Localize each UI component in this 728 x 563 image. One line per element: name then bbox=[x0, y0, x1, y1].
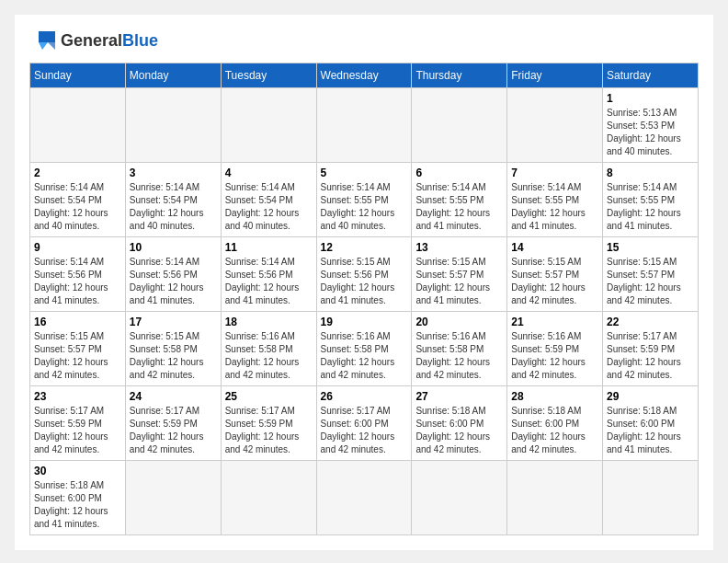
calendar-cell: 1Sunrise: 5:13 AMSunset: 5:53 PMDaylight… bbox=[603, 88, 699, 163]
day-number: 26 bbox=[321, 390, 408, 403]
calendar-cell bbox=[125, 461, 221, 535]
day-number: 27 bbox=[415, 390, 503, 403]
calendar-cell: 19Sunrise: 5:16 AMSunset: 5:58 PMDayligh… bbox=[316, 312, 412, 386]
calendar-cell: 20Sunrise: 5:16 AMSunset: 5:58 PMDayligh… bbox=[412, 312, 507, 386]
calendar-cell: 23Sunrise: 5:17 AMSunset: 5:59 PMDayligh… bbox=[30, 386, 126, 461]
calendar-cell bbox=[316, 461, 412, 535]
day-number: 8 bbox=[607, 167, 694, 179]
calendar-cell: 9Sunrise: 5:14 AMSunset: 5:56 PMDaylight… bbox=[30, 237, 126, 312]
day-number: 15 bbox=[607, 241, 694, 254]
calendar-cell: 6Sunrise: 5:14 AMSunset: 5:55 PMDaylight… bbox=[412, 163, 507, 237]
calendar-week-4: 16Sunrise: 5:15 AMSunset: 5:57 PMDayligh… bbox=[30, 312, 699, 386]
day-info: Sunrise: 5:16 AMSunset: 5:58 PMDaylight:… bbox=[321, 330, 408, 382]
calendar-cell: 17Sunrise: 5:15 AMSunset: 5:58 PMDayligh… bbox=[125, 312, 221, 386]
page: GeneralBlue SundayMondayTuesdayWednesday… bbox=[15, 15, 713, 550]
logo-text: GeneralBlue bbox=[61, 31, 158, 51]
calendar-cell: 8Sunrise: 5:14 AMSunset: 5:55 PMDaylight… bbox=[603, 163, 699, 237]
day-info: Sunrise: 5:18 AMSunset: 6:00 PMDaylight:… bbox=[607, 405, 694, 456]
calendar-header-thursday: Thursday bbox=[412, 63, 507, 88]
calendar-cell: 26Sunrise: 5:17 AMSunset: 6:00 PMDayligh… bbox=[316, 386, 412, 461]
calendar-week-1: 1Sunrise: 5:13 AMSunset: 5:53 PMDaylight… bbox=[30, 88, 699, 163]
calendar-cell: 28Sunrise: 5:18 AMSunset: 6:00 PMDayligh… bbox=[507, 386, 603, 461]
svg-marker-2 bbox=[48, 42, 55, 50]
day-number: 12 bbox=[321, 241, 408, 254]
day-info: Sunrise: 5:15 AMSunset: 5:57 PMDaylight:… bbox=[511, 256, 598, 307]
day-info: Sunrise: 5:14 AMSunset: 5:56 PMDaylight:… bbox=[34, 256, 121, 307]
calendar-cell bbox=[221, 461, 316, 535]
calendar-cell: 16Sunrise: 5:15 AMSunset: 5:57 PMDayligh… bbox=[30, 312, 126, 386]
day-info: Sunrise: 5:13 AMSunset: 5:53 PMDaylight:… bbox=[607, 107, 694, 158]
calendar-cell: 29Sunrise: 5:18 AMSunset: 6:00 PMDayligh… bbox=[603, 386, 699, 461]
calendar-week-3: 9Sunrise: 5:14 AMSunset: 5:56 PMDaylight… bbox=[30, 237, 699, 312]
calendar-cell: 13Sunrise: 5:15 AMSunset: 5:57 PMDayligh… bbox=[412, 237, 507, 312]
logo: GeneralBlue bbox=[29, 29, 158, 52]
day-number: 5 bbox=[321, 167, 408, 179]
day-number: 30 bbox=[34, 465, 121, 477]
logo-general: General bbox=[61, 31, 122, 50]
day-info: Sunrise: 5:18 AMSunset: 6:00 PMDaylight:… bbox=[415, 405, 503, 456]
calendar-header-tuesday: Tuesday bbox=[221, 63, 316, 88]
svg-marker-0 bbox=[39, 31, 55, 42]
day-number: 28 bbox=[511, 390, 598, 403]
calendar-cell: 24Sunrise: 5:17 AMSunset: 5:59 PMDayligh… bbox=[125, 386, 221, 461]
day-number: 21 bbox=[511, 316, 598, 328]
logo-icon bbox=[29, 29, 57, 52]
day-info: Sunrise: 5:16 AMSunset: 5:58 PMDaylight:… bbox=[225, 330, 313, 382]
day-number: 1 bbox=[607, 92, 694, 105]
calendar-cell: 15Sunrise: 5:15 AMSunset: 5:57 PMDayligh… bbox=[603, 237, 699, 312]
day-number: 13 bbox=[415, 241, 503, 254]
calendar-cell bbox=[316, 88, 412, 163]
calendar-cell: 2Sunrise: 5:14 AMSunset: 5:54 PMDaylight… bbox=[30, 163, 126, 237]
calendar-cell: 25Sunrise: 5:17 AMSunset: 5:59 PMDayligh… bbox=[221, 386, 316, 461]
day-number: 23 bbox=[34, 390, 121, 403]
calendar-week-5: 23Sunrise: 5:17 AMSunset: 5:59 PMDayligh… bbox=[30, 386, 699, 461]
calendar-header-row: SundayMondayTuesdayWednesdayThursdayFrid… bbox=[30, 63, 699, 88]
calendar-table: SundayMondayTuesdayWednesdayThursdayFrid… bbox=[29, 63, 699, 535]
logo-blue-text: Blue bbox=[122, 31, 158, 50]
calendar-header-saturday: Saturday bbox=[603, 63, 699, 88]
calendar-cell: 14Sunrise: 5:15 AMSunset: 5:57 PMDayligh… bbox=[507, 237, 603, 312]
day-number: 19 bbox=[321, 316, 408, 328]
day-info: Sunrise: 5:14 AMSunset: 5:55 PMDaylight:… bbox=[511, 181, 598, 233]
day-info: Sunrise: 5:15 AMSunset: 5:58 PMDaylight:… bbox=[130, 330, 217, 382]
calendar-cell: 10Sunrise: 5:14 AMSunset: 5:56 PMDayligh… bbox=[125, 237, 221, 312]
day-info: Sunrise: 5:14 AMSunset: 5:54 PMDaylight:… bbox=[225, 181, 313, 233]
day-number: 29 bbox=[607, 390, 694, 403]
day-number: 9 bbox=[34, 241, 121, 254]
calendar-cell bbox=[412, 88, 507, 163]
day-number: 18 bbox=[225, 316, 313, 328]
day-info: Sunrise: 5:18 AMSunset: 6:00 PMDaylight:… bbox=[34, 479, 121, 531]
day-info: Sunrise: 5:16 AMSunset: 5:59 PMDaylight:… bbox=[511, 330, 598, 382]
day-number: 17 bbox=[130, 316, 217, 328]
calendar-cell bbox=[507, 461, 603, 535]
calendar-week-6: 30Sunrise: 5:18 AMSunset: 6:00 PMDayligh… bbox=[30, 461, 699, 535]
calendar-cell: 4Sunrise: 5:14 AMSunset: 5:54 PMDaylight… bbox=[221, 163, 316, 237]
day-info: Sunrise: 5:17 AMSunset: 5:59 PMDaylight:… bbox=[225, 405, 313, 456]
calendar-cell: 7Sunrise: 5:14 AMSunset: 5:55 PMDaylight… bbox=[507, 163, 603, 237]
day-info: Sunrise: 5:15 AMSunset: 5:57 PMDaylight:… bbox=[34, 330, 121, 382]
day-number: 11 bbox=[225, 241, 313, 254]
day-info: Sunrise: 5:15 AMSunset: 5:57 PMDaylight:… bbox=[607, 256, 694, 307]
day-number: 22 bbox=[607, 316, 694, 328]
day-info: Sunrise: 5:16 AMSunset: 5:58 PMDaylight:… bbox=[415, 330, 503, 382]
day-info: Sunrise: 5:17 AMSunset: 5:59 PMDaylight:… bbox=[34, 405, 121, 456]
day-number: 25 bbox=[225, 390, 313, 403]
header: GeneralBlue bbox=[29, 29, 699, 52]
day-number: 4 bbox=[225, 167, 313, 179]
calendar-cell: 21Sunrise: 5:16 AMSunset: 5:59 PMDayligh… bbox=[507, 312, 603, 386]
day-info: Sunrise: 5:14 AMSunset: 5:55 PMDaylight:… bbox=[607, 181, 694, 233]
calendar-header-sunday: Sunday bbox=[30, 63, 126, 88]
calendar-cell: 5Sunrise: 5:14 AMSunset: 5:55 PMDaylight… bbox=[316, 163, 412, 237]
calendar-cell: 30Sunrise: 5:18 AMSunset: 6:00 PMDayligh… bbox=[30, 461, 126, 535]
day-info: Sunrise: 5:18 AMSunset: 6:00 PMDaylight:… bbox=[511, 405, 598, 456]
day-number: 14 bbox=[511, 241, 598, 254]
day-info: Sunrise: 5:14 AMSunset: 5:54 PMDaylight:… bbox=[130, 181, 217, 233]
calendar-cell bbox=[221, 88, 316, 163]
calendar-cell: 11Sunrise: 5:14 AMSunset: 5:56 PMDayligh… bbox=[221, 237, 316, 312]
calendar-header-friday: Friday bbox=[507, 63, 603, 88]
day-number: 10 bbox=[130, 241, 217, 254]
day-number: 6 bbox=[415, 167, 503, 179]
day-info: Sunrise: 5:14 AMSunset: 5:55 PMDaylight:… bbox=[415, 181, 503, 233]
calendar-header-wednesday: Wednesday bbox=[316, 63, 412, 88]
calendar-cell bbox=[603, 461, 699, 535]
